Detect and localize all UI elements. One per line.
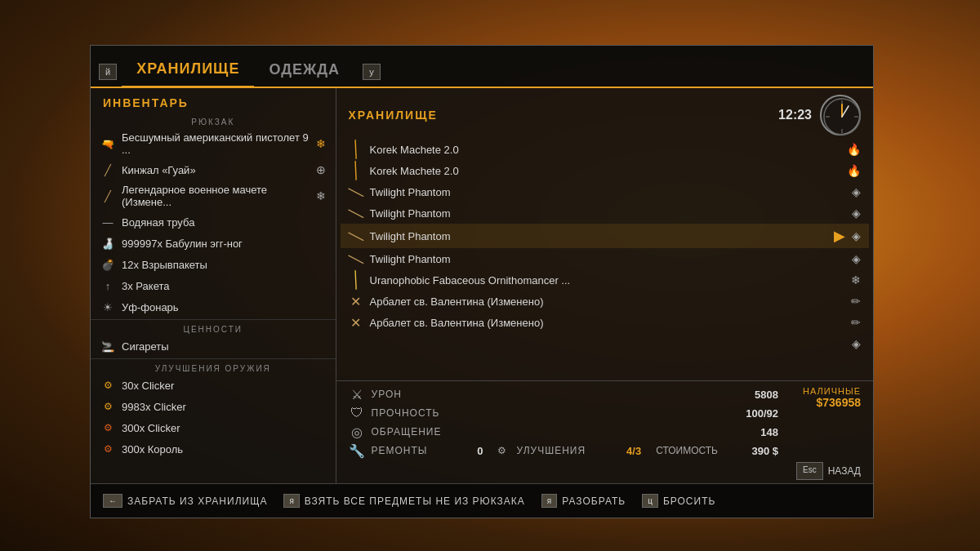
list-item[interactable]: 🔫 Бесшумный американский пистолет 9 ... … — [91, 128, 336, 159]
upgrades-label: УЛУЧШЕНИЯ — [516, 445, 586, 456]
take-from-storage-label: ЗАБРАТЬ ИЗ ХРАНИЛИЩА — [127, 495, 267, 507]
item-label: Twilight Phantom — [370, 186, 845, 198]
item-label: 9983x Clicker — [122, 401, 326, 413]
item-label: Uranophobic Fabaceous Ornithomancer ... — [370, 274, 844, 287]
item-label: 300x Король — [122, 443, 326, 455]
list-item[interactable]: ╱ Uranophobic Fabaceous Ornithomancer ..… — [341, 269, 869, 291]
empty-diamond-icon: ◈ — [852, 337, 861, 350]
empty-slot-icon — [349, 336, 363, 351]
section-backpack: РЮКЗАК — [91, 114, 336, 128]
handling-label: ОБРАЩЕНИЕ — [372, 426, 723, 438]
svg-line-6 — [842, 106, 849, 117]
crossbow2-icon: ✕ — [349, 315, 363, 330]
list-item[interactable]: 🚬 Сигареты — [91, 335, 336, 357]
key-enter-icon: ← — [103, 494, 122, 508]
durability-value: 100/92 — [729, 407, 778, 420]
list-item[interactable]: ╲ Twilight Phantom ◈ — [341, 181, 869, 202]
disassemble-button[interactable]: я РАЗОБРАТЬ — [541, 494, 626, 508]
list-item[interactable]: ☀ Уф-фонарь — [91, 296, 336, 318]
list-item[interactable]: ✕ Арбалет св. Валентина (Изменено) ✏ — [341, 291, 869, 312]
knife-phantom-icon: ╲ — [345, 181, 366, 202]
list-item[interactable]: ↑ 3x Ракета — [91, 275, 336, 296]
inventory-title: ИНВЕНТАРЬ — [91, 88, 336, 114]
tab-key-right[interactable]: у — [363, 64, 381, 80]
rocket-icon: ↑ — [100, 278, 115, 293]
list-item[interactable]: ╱ Кинжал «Гуай» ⊕ — [91, 159, 336, 180]
list-item[interactable]: — Водяная труба — [91, 211, 336, 233]
list-item[interactable]: ╱ Korek Machete 2.0 🔥 — [341, 139, 869, 160]
tab-storage[interactable]: ХРАНИЛИЩЕ — [122, 54, 254, 88]
key-tse-icon: ц — [642, 494, 658, 508]
item-label: Уф-фонарь — [122, 301, 326, 313]
list-item[interactable]: ╱ Легендарное военное мачете (Измене... … — [91, 180, 336, 211]
repairs-label: РЕМОНТЫ — [372, 445, 428, 456]
item-label: Бесшумный американский пистолет 9 ... — [122, 131, 310, 156]
knife-phantom3-icon: ╲ — [345, 225, 366, 246]
damage-stat: ⚔ УРОН 5808 — [349, 386, 778, 402]
take-all-button[interactable]: я ВЗЯТЬ ВСЕ ПРЕДМЕТЫ НЕ ИЗ РЮКЗАКА — [283, 494, 524, 508]
item-label: 3x Ракета — [122, 280, 326, 292]
tab-key-left[interactable]: й — [99, 64, 117, 80]
bomb-icon: 💣 — [100, 257, 115, 272]
durability-icon: 🛡 — [349, 405, 365, 421]
disassemble-label: РАЗОБРАТЬ — [562, 495, 626, 507]
list-item[interactable]: ⚙ 30x Clicker — [91, 375, 336, 396]
clock-face — [820, 95, 861, 136]
list-item[interactable]: ⚙ 9983x Clicker — [91, 396, 336, 417]
cost-value: 390 $ — [729, 445, 778, 457]
clock-time: 12:23 — [778, 108, 812, 122]
clicker-icon: ⚙ — [100, 378, 115, 393]
item-label: Арбалет св. Валентина (Изменено) — [370, 317, 844, 329]
item-label: 999997x Бабулин эгг-ног — [122, 238, 326, 250]
list-item[interactable]: 🍶 999997x Бабулин эгг-ног — [91, 233, 336, 254]
stats-area: ⚔ УРОН 5808 🛡 ПРОЧНОСТЬ 100/92 ◎ ОБРАЩЕН… — [336, 380, 873, 459]
list-item[interactable]: ⚙ 300x Clicker — [91, 417, 336, 438]
handling-value: 148 — [729, 426, 778, 438]
list-item[interactable]: ╲ Twilight Phantom ◈ — [341, 248, 869, 269]
crossbow-icon: ✕ — [349, 294, 363, 309]
handling-icon: ◎ — [349, 424, 365, 440]
item-label: Легендарное военное мачете (Измене... — [122, 184, 310, 208]
list-item[interactable]: 💣 12x Взрывпакеты — [91, 254, 336, 275]
upgrades-value: 4/3 — [592, 445, 641, 457]
machete-yellow-icon: ╱ — [345, 270, 366, 291]
tab-clothing[interactable]: ОДЕЖДА — [254, 55, 354, 87]
drop-button[interactable]: ц БРОСИТЬ — [642, 494, 715, 508]
diamond2-icon: ◈ — [852, 207, 861, 220]
tabs-bar: й ХРАНИЛИЩЕ ОДЕЖДА у — [91, 46, 873, 88]
key-ya2-icon: я — [541, 494, 557, 508]
esc-button[interactable]: Esc — [796, 462, 823, 480]
machete-orange2-icon: ╱ — [345, 161, 366, 181]
flame2-icon: 🔥 — [847, 164, 861, 177]
list-item[interactable]: ╱ Korek Machete 2.0 🔥 — [341, 160, 869, 181]
esc-label: НАЗАД — [828, 462, 861, 480]
item-label: Арбалет св. Валентина (Изменено) — [370, 295, 844, 308]
edit-icon: ✏ — [851, 295, 861, 308]
list-item[interactable]: ╲ Twilight Phantom ◈ — [341, 202, 869, 224]
item-label: 30x Clicker — [122, 380, 326, 392]
list-item[interactable]: ◈ — [341, 333, 869, 354]
item-label: Twilight Phantom — [370, 253, 845, 265]
section-valuables: ЦЕННОСТИ — [91, 322, 336, 335]
list-item[interactable]: ✕ Арбалет св. Валентина (Изменено) ✏ — [341, 312, 869, 333]
bottom-bar: ← ЗАБРАТЬ ИЗ ХРАНИЛИЩА я ВЗЯТЬ ВСЕ ПРЕДМ… — [91, 483, 873, 518]
list-item[interactable]: ⚙ 300x Король — [91, 438, 336, 460]
snowflake-icon: ❄ — [851, 273, 861, 287]
item-label: Korek Machete 2.0 — [370, 144, 840, 156]
cost-label-stat: СТОИМОСТЬ — [656, 445, 718, 456]
gun-icon: 🔫 — [100, 136, 115, 151]
content-area: ИНВЕНТАРЬ РЮКЗАК 🔫 Бесшумный американски… — [91, 88, 873, 483]
upgrades-icon: ⚙ — [497, 445, 506, 456]
cursor-arrow-icon: ▶ — [834, 227, 845, 245]
clicker4-icon: ⚙ — [100, 442, 115, 456]
damage-icon: ⚔ — [349, 386, 365, 402]
item-label: Twilight Phantom — [370, 230, 827, 242]
machete-orange-icon: ╱ — [345, 140, 366, 160]
storage-header: ХРАНИЛИЩЕ 12:23 — [336, 88, 873, 139]
take-from-storage-button[interactable]: ← ЗАБРАТЬ ИЗ ХРАНИЛИЩА — [103, 494, 267, 508]
clock-area: 12:23 — [778, 95, 861, 136]
globe-icon: ⊕ — [316, 163, 326, 176]
diamond3-icon: ◈ — [852, 229, 861, 242]
cash-section: НАЛИЧНЫЕ $736958 — [803, 386, 861, 409]
list-item[interactable]: ╲ Twilight Phantom ▶ ◈ — [341, 224, 869, 248]
